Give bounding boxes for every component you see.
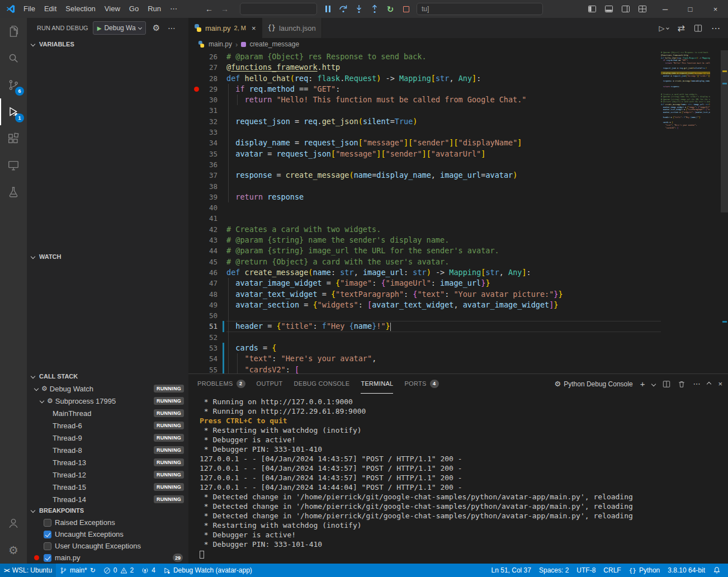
panel-tab-ports[interactable]: PORTS4 — [404, 374, 438, 394]
code-line[interactable]: 51 header = {"title": f"Hey {name}!"} — [188, 321, 661, 332]
terminal-output[interactable]: * Running on http://127.0.0.1:9000 * Run… — [188, 394, 728, 564]
panel-tab-terminal[interactable]: TERMINAL — [361, 374, 393, 394]
ports-indicator[interactable]: 4 — [138, 564, 159, 577]
menu-edit[interactable]: Edit — [40, 0, 61, 18]
code-lines[interactable]: 26# @param {Object} res Response to send… — [188, 50, 661, 373]
call-stack-row[interactable]: Thread-13RUNNING — [27, 456, 188, 469]
toggle-sidebar-icon[interactable] — [588, 4, 597, 13]
breakpoint-checkbox[interactable] — [44, 531, 51, 538]
panel-tab-debug-console[interactable]: DEBUG CONSOLE — [294, 374, 350, 394]
call-stack-row[interactable]: ⚙Debug WatchRUNNING — [27, 382, 188, 395]
code-line[interactable]: 45# @return {Object} a card with the use… — [188, 257, 661, 267]
menu-file[interactable]: File — [19, 0, 40, 18]
code-line[interactable]: 36 — [188, 159, 661, 170]
breadcrumb-file[interactable]: main.py — [209, 40, 232, 48]
call-stack-row[interactable]: Thread-9RUNNING — [27, 432, 188, 444]
menu-view[interactable]: View — [100, 0, 125, 18]
code-line[interactable]: 26# @param {Object} res Response to send… — [188, 51, 661, 62]
code-line[interactable]: 39 return response — [188, 192, 661, 202]
code-line[interactable]: 30 return "Hello! This function must be … — [188, 94, 661, 105]
code-line[interactable]: 33 — [188, 127, 661, 138]
forward-icon[interactable]: → — [221, 4, 229, 13]
pause-button[interactable] — [323, 4, 333, 14]
code-line[interactable]: 31 — [188, 105, 661, 116]
call-stack-header[interactable]: CALL STACK — [27, 370, 188, 382]
code-line[interactable]: 27@functions_framework.http — [188, 62, 661, 73]
breakpoint-checkbox[interactable] — [44, 554, 51, 562]
call-stack-row[interactable]: Thread-12RUNNING — [27, 469, 188, 481]
activity-source-control[interactable]: 6 — [0, 72, 27, 98]
new-terminal-button[interactable]: + — [640, 379, 645, 389]
run-python-file-button[interactable]: ▷ — [659, 24, 669, 32]
breakpoint-dot[interactable] — [194, 87, 199, 92]
customize-layout-icon[interactable] — [638, 4, 647, 13]
minimap[interactable]: # @param {Object} res Response to send b… — [661, 50, 710, 373]
maximize-button[interactable]: □ — [678, 0, 703, 18]
activity-remote-explorer[interactable] — [0, 152, 27, 179]
call-stack-row[interactable]: ⚙Subprocess 17995RUNNING — [27, 395, 188, 407]
encoding-indicator[interactable]: UTF-8 — [573, 564, 599, 577]
open-changes-button[interactable]: ⇄ — [678, 23, 685, 34]
code-line[interactable]: 28def hello_chat(req: flask.Request) -> … — [188, 73, 661, 84]
back-icon[interactable]: ← — [205, 4, 213, 13]
code-line[interactable]: 47 avatar_image_widget = {"image": {"ima… — [188, 278, 661, 288]
split-terminal-button[interactable] — [663, 380, 670, 388]
restart-button[interactable]: ↻ — [385, 4, 395, 14]
toggle-panel-icon[interactable] — [604, 4, 613, 13]
language-indicator[interactable]: {} Python — [625, 564, 664, 577]
start-debug-icon[interactable]: ▶ — [97, 25, 102, 31]
overview-ruler[interactable] — [710, 50, 728, 373]
terminal-dropdown-icon[interactable] — [651, 381, 656, 386]
call-stack-row[interactable]: MainThreadRUNNING — [27, 407, 188, 419]
code-line[interactable]: 38 — [188, 181, 661, 192]
breadcrumb-symbol[interactable]: create_message — [249, 40, 299, 48]
breakpoint-checkbox[interactable] — [44, 542, 51, 550]
panel-more-actions-button[interactable]: ⋯ — [693, 380, 700, 388]
sidebar-more-icon[interactable]: ⋯ — [168, 23, 176, 32]
code-line[interactable]: 42# Creates a card with two widgets. — [188, 224, 661, 235]
split-editor-button[interactable] — [694, 24, 702, 32]
close-panel-icon[interactable]: × — [718, 380, 722, 388]
indentation-indicator[interactable]: Spaces: 2 — [535, 564, 573, 577]
window-title[interactable]: tu] — [417, 3, 543, 15]
menu-more[interactable]: ⋯ — [166, 0, 182, 18]
scrollbar-slider[interactable] — [721, 50, 728, 212]
code-line[interactable]: 52 — [188, 332, 661, 343]
editor-more-actions-button[interactable]: ⋯ — [711, 23, 720, 34]
menu-go[interactable]: Go — [125, 0, 143, 18]
tab-main-py[interactable]: main.py 2, M × — [188, 18, 262, 38]
code-line[interactable]: 49 avatar_section = {"widgets": [avatar_… — [188, 300, 661, 310]
breakpoint-row[interactable]: main.py29 — [27, 552, 188, 564]
code-line[interactable]: 29 if req.method == "GET": — [188, 84, 661, 94]
command-center[interactable] — [240, 3, 317, 15]
panel-tab-problems[interactable]: PROBLEMS2 — [197, 374, 245, 394]
stop-button[interactable] — [401, 4, 411, 14]
code-line[interactable]: 32 request_json = req.get_json(silent=Tr… — [188, 116, 661, 127]
code-line[interactable]: 54 "text": "Here's your avatar", — [188, 353, 661, 364]
close-tab-icon[interactable]: × — [252, 24, 256, 32]
tab-launch-json[interactable]: {} launch.json — [262, 18, 322, 38]
toggle-secondary-sidebar-icon[interactable] — [621, 4, 630, 13]
python-interpreter-indicator[interactable]: 3.8.10 64-bit — [664, 564, 709, 577]
activity-run-and-debug[interactable]: 1 — [0, 98, 27, 125]
code-line[interactable]: 35 avatar = request_json["message"]["sen… — [188, 149, 661, 159]
code-line[interactable]: 46def create_message(name: str, image_ur… — [188, 267, 661, 278]
step-out-button[interactable] — [370, 4, 380, 14]
activity-testing[interactable] — [0, 179, 27, 206]
activity-extensions[interactable] — [0, 125, 27, 152]
breakpoints-header[interactable]: BREAKPOINTS — [27, 504, 188, 517]
step-over-button[interactable] — [338, 4, 348, 14]
debug-config-dropdown[interactable]: ▶ Debug Wa — [93, 21, 146, 35]
code-line[interactable]: 50 — [188, 310, 661, 321]
menu-selection[interactable]: Selection — [61, 0, 100, 18]
step-into-button[interactable] — [354, 4, 364, 14]
debug-settings-gear-icon[interactable]: ⚙ — [153, 23, 160, 33]
terminal-instance[interactable]: ⚙ Python Debug Console — [555, 380, 633, 388]
call-stack-row[interactable]: Thread-15RUNNING — [27, 481, 188, 493]
code-line[interactable]: 40 — [188, 202, 661, 213]
branch-indicator[interactable]: main* ↻ — [56, 564, 100, 577]
breakpoint-row[interactable]: Uncaught Exceptions — [27, 528, 188, 540]
code-line[interactable]: 37 response = create_message(name=displa… — [188, 170, 661, 181]
code-line[interactable]: 53 cards = { — [188, 343, 661, 353]
remote-indicator[interactable]: >< WSL: Ubuntu — [0, 564, 56, 577]
